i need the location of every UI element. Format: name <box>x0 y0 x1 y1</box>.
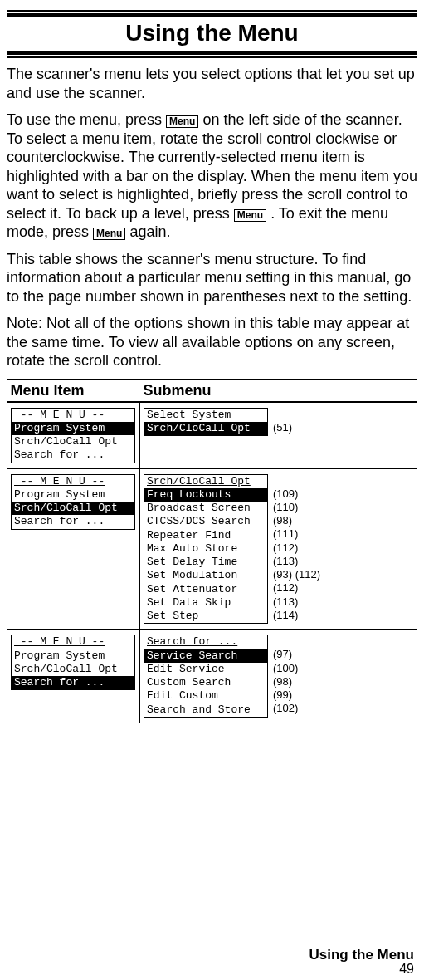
lcd-menu-screen: -- M E N U --Program SystemSrch/CloCall … <box>11 474 135 530</box>
lcd-line: Max Auto Store <box>144 542 267 556</box>
lcd-menu-header: -- M E N U -- <box>12 409 134 422</box>
page-references: (51) <box>273 408 292 434</box>
submenu-cell: Srch/CloCall OptFreq Lockouts Broadcast … <box>140 468 417 630</box>
menu-structure-table: Menu Item Submenu -- M E N U --Program S… <box>7 379 417 723</box>
lcd-line: Set Attenuator <box>144 583 267 596</box>
page-ref: (114) <box>273 609 320 622</box>
lcd-line: CTCSS/DCS Search <box>144 515 267 528</box>
page-ref: (109) <box>273 488 320 501</box>
page-ref: (113) <box>273 555 320 568</box>
page-ref: (110) <box>273 501 320 514</box>
page-ref: (93) (112) <box>273 568 320 581</box>
lcd-submenu-header: Srch/CloCall Opt <box>144 475 267 488</box>
lcd-line: Srch/CloCall Opt <box>12 663 134 676</box>
lcd-submenu-header: Search for ... <box>144 635 267 649</box>
lcd-line: Set Data Skip <box>144 596 267 610</box>
rule-bottom <box>7 51 417 58</box>
para2-text-a: To use the menu, press <box>7 111 166 128</box>
menu-item-cell: -- M E N U --Program SystemSrch/CloCall … <box>7 468 140 630</box>
col-header-submenu: Submenu <box>140 380 417 402</box>
rule-top <box>7 10 417 17</box>
lcd-line-highlighted: Service Search <box>144 649 267 663</box>
lcd-menu-header: -- M E N U -- <box>12 475 134 488</box>
page-ref: (100) <box>273 662 298 675</box>
page-ref: (112) <box>273 581 320 595</box>
menu-item-cell: -- M E N U --Program System Srch/CloCall… <box>7 402 140 469</box>
lcd-line: Program System <box>12 649 134 663</box>
page-ref: (99) <box>273 688 298 702</box>
lcd-line: Edit Service <box>144 663 267 676</box>
paragraph-4: Note: Not all of the options shown in th… <box>7 314 417 370</box>
lcd-line-highlighted: Search for ... <box>12 676 134 689</box>
lcd-menu-screen: -- M E N U --Program System Srch/CloCall… <box>11 408 135 463</box>
page-references: (97)(100)(98)(99)(102) <box>273 635 298 715</box>
lcd-submenu-screen: Search for ...Service Search Edit Servic… <box>144 635 268 718</box>
lcd-line: Srch/CloCall Opt <box>12 435 134 448</box>
lcd-line-highlighted: Srch/CloCall Opt <box>12 502 134 515</box>
menu-button-icon-3: Menu <box>93 228 125 240</box>
paragraph-3: This table shows the scanner's menu stru… <box>7 250 417 306</box>
lcd-menu-screen: -- M E N U --Program SystemSrch/CloCall … <box>11 635 135 690</box>
page-ref: (112) <box>273 541 320 555</box>
page-ref: (51) <box>273 421 292 434</box>
lcd-line: Edit Custom <box>144 689 267 703</box>
para2-text-d: again. <box>129 223 170 240</box>
page-ref: (98) <box>273 514 320 527</box>
table-header-row: Menu Item Submenu <box>7 380 417 402</box>
table-row: -- M E N U --Program System Srch/CloCall… <box>7 402 417 469</box>
page-ref: (102) <box>273 702 298 715</box>
table-row: -- M E N U --Program SystemSrch/CloCall … <box>7 630 417 723</box>
menu-button-icon-2: Menu <box>234 209 266 222</box>
lcd-menu-header: -- M E N U -- <box>12 635 134 649</box>
lcd-line: Search for ... <box>12 515 134 528</box>
lcd-line: Search and Store <box>144 703 267 717</box>
menu-button-icon-1: Menu <box>166 115 198 128</box>
page-ref: (98) <box>273 675 298 688</box>
lcd-line-highlighted: Srch/CloCall Opt <box>144 422 267 435</box>
lcd-line-highlighted: Program System <box>12 422 134 435</box>
lcd-submenu-header: Select System <box>144 409 267 422</box>
page-references: (109)(110)(98)(111)(112)(113)(93) (112)(… <box>273 474 320 623</box>
paragraph-2: To use the menu, press Menu on the left … <box>7 110 417 242</box>
table-row: -- M E N U --Program SystemSrch/CloCall … <box>7 468 417 630</box>
footer-title: Using the Menu <box>309 947 414 963</box>
lcd-line: Broadcast Screen <box>144 502 267 515</box>
submenu-cell: Search for ...Service Search Edit Servic… <box>140 630 417 723</box>
page-ref: (97) <box>273 648 298 661</box>
col-header-menu-item: Menu Item <box>7 380 140 402</box>
lcd-line-highlighted: Freq Lockouts <box>144 488 267 502</box>
page-number: 49 <box>399 962 414 977</box>
lcd-line: Program System <box>12 488 134 502</box>
lcd-line: Repeater Find <box>144 529 267 542</box>
page-title: Using the Menu <box>7 17 417 51</box>
lcd-submenu-screen: Srch/CloCall OptFreq Lockouts Broadcast … <box>144 474 268 625</box>
page-ref: (113) <box>273 595 320 609</box>
paragraph-1: The scanner's menu lets you select optio… <box>7 65 417 102</box>
lcd-line: Set Modulation <box>144 569 267 582</box>
lcd-line: Search for ... <box>12 448 134 462</box>
page-ref: (111) <box>273 527 320 541</box>
lcd-line: Set Delay Time <box>144 556 267 569</box>
submenu-cell: Select SystemSrch/CloCall Opt(51) <box>140 402 417 469</box>
lcd-line: Custom Search <box>144 676 267 689</box>
lcd-submenu-screen: Select SystemSrch/CloCall Opt <box>144 408 268 437</box>
lcd-line: Set Step <box>144 610 267 623</box>
menu-item-cell: -- M E N U --Program SystemSrch/CloCall … <box>7 630 140 723</box>
